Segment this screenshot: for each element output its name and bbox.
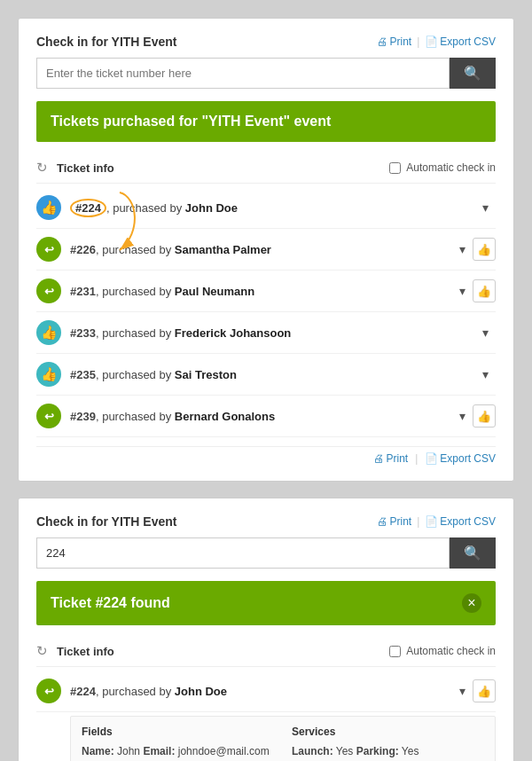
- ticket-info-4: #233, purchased by Frederick Johansoon: [70, 326, 482, 340]
- ticket-number-6: #239: [70, 410, 96, 423]
- ticket-number-5: #235: [70, 368, 96, 381]
- table-row: 👍 #224, purchased by John Doe ▾: [36, 187, 496, 229]
- panel-2-header: Check in for YITH Event 🖨 Print | 📄 Expo…: [36, 514, 496, 529]
- buyer-name-5: Sai Treston: [175, 368, 237, 381]
- footer-print-link-1[interactable]: 🖨 Print: [373, 452, 408, 465]
- panel-1-header: Check in for YITH Event 🖨 Print | 📄 Expo…: [36, 35, 496, 49]
- status-icon-5: 👍: [36, 362, 61, 387]
- footer-printer-icon-1: 🖨: [373, 452, 384, 465]
- thumb-button-6[interactable]: 👍: [473, 404, 496, 428]
- ticket-info-5: #235, purchased by Sai Treston: [70, 368, 482, 381]
- table-row: 👍 #233, purchased by Frederick Johansoon…: [36, 312, 496, 354]
- auto-checkin-label-2: Automatic check in: [406, 645, 496, 657]
- panel-2-header-links: 🖨 Print | 📄 Export CSV: [377, 515, 496, 528]
- auto-checkin-container-2: Automatic check in: [389, 645, 496, 657]
- search-input-2[interactable]: [36, 537, 450, 569]
- export-link-1[interactable]: 📄 Export CSV: [425, 35, 496, 48]
- status-icon-p2-1: ↩: [36, 679, 61, 703]
- ticket-info-p2-1: #224, purchased by John Doe: [70, 685, 459, 698]
- search-input-1[interactable]: [36, 58, 450, 89]
- thumb-button-3[interactable]: 👍: [473, 279, 496, 302]
- ticket-info-col-label-2: Ticket info: [57, 645, 389, 658]
- status-icon-6: ↩: [36, 404, 61, 428]
- banner-close-button-2[interactable]: ×: [462, 593, 481, 613]
- ticket-number-1: #224: [70, 199, 106, 217]
- field-name-label: Name:: [82, 745, 114, 757]
- ticket-info-2: #226, purchased by Samantha Palmer: [70, 243, 459, 256]
- panel-2-title: Check in for YITH Event: [36, 514, 176, 529]
- service-launch-label: Launch:: [292, 745, 333, 757]
- ticket-number-3: #231: [70, 285, 96, 298]
- print-link-2[interactable]: 🖨 Print: [377, 515, 411, 528]
- thumb-button-2[interactable]: 👍: [473, 238, 496, 261]
- services-title: Services: [292, 726, 484, 738]
- ticket-number-p2-1: #224: [70, 685, 96, 698]
- dropdown-arrow-p2-1[interactable]: ▾: [459, 684, 466, 698]
- table-row: ↩ #231, purchased by Paul Neumann ▾ 👍: [36, 271, 496, 312]
- status-icon-2: ↩: [36, 237, 61, 262]
- dropdown-arrow-5[interactable]: ▾: [482, 367, 489, 381]
- search-icon-1: 🔍: [464, 65, 481, 82]
- services-col: Services Launch: Yes Parking: Yes: [292, 726, 484, 761]
- footer-links-1: 🖨 Print | 📄 Export CSV: [36, 446, 496, 465]
- csv-icon-1: 📄: [425, 35, 438, 48]
- refresh-icon-2: ↻: [36, 643, 48, 659]
- search-button-1[interactable]: 🔍: [450, 58, 496, 89]
- sep-1: |: [417, 35, 419, 48]
- search-row-1: 🔍: [36, 58, 496, 89]
- services-content: Launch: Yes Parking: Yes: [292, 743, 484, 760]
- panel-1-header-links: 🖨 Print | 📄 Export CSV: [377, 35, 496, 48]
- dropdown-arrow-1[interactable]: ▾: [482, 200, 489, 215]
- table-row: 👍 #235, purchased by Sai Treston ▾: [36, 354, 496, 396]
- field-email-label: Email:: [143, 745, 175, 757]
- ticket-info-6: #239, purchased by Bernard Gonalons: [70, 410, 459, 423]
- buyer-name-6: Bernard Gonalons: [175, 410, 275, 423]
- search-row-2: 🔍: [36, 537, 496, 569]
- tickets-header-1: ↻ Ticket info Automatic check in: [36, 154, 496, 184]
- panel-2: Check in for YITH Event 🖨 Print | 📄 Expo…: [18, 498, 514, 761]
- buyer-name-4: Frederick Johansoon: [175, 326, 291, 340]
- dropdown-arrow-6[interactable]: ▾: [459, 409, 466, 423]
- sep-2: |: [417, 515, 419, 528]
- thumb-button-p2-1[interactable]: 👍: [473, 679, 496, 702]
- search-icon-2: 🔍: [464, 545, 481, 561]
- dropdown-arrow-2[interactable]: ▾: [459, 242, 466, 256]
- printer-icon-2: 🖨: [377, 515, 387, 528]
- dropdown-arrow-3[interactable]: ▾: [459, 284, 466, 298]
- panel-1: Check in for YITH Event 🖨 Print | 📄 Expo…: [18, 18, 514, 482]
- service-parking-label: Parking:: [356, 745, 399, 757]
- status-icon-3: ↩: [36, 279, 61, 303]
- tickets-header-2: ↻ Ticket info Automatic check in: [36, 638, 496, 667]
- dropdown-arrow-4[interactable]: ▾: [482, 326, 489, 340]
- auto-checkin-container-1: Automatic check in: [389, 161, 496, 174]
- buyer-name-3: Paul Neumann: [175, 285, 254, 298]
- search-button-2[interactable]: 🔍: [450, 537, 496, 569]
- fields-title: Fields: [82, 726, 274, 738]
- footer-sep-1: |: [415, 452, 418, 465]
- refresh-icon-1: ↻: [36, 160, 48, 176]
- export-link-2[interactable]: 📄 Export CSV: [425, 515, 496, 528]
- table-row: ↩ #224, purchased by John Doe ▾ 👍: [36, 671, 496, 712]
- table-row: ↩ #226, purchased by Samantha Palmer ▾ 👍: [36, 229, 496, 271]
- status-icon-1: 👍: [36, 195, 61, 220]
- buyer-name-1: John Doe: [185, 201, 238, 215]
- ticket-info-1: #224, purchased by John Doe: [70, 201, 482, 215]
- panel-1-title: Check in for YITH Event: [36, 35, 176, 49]
- footer-csv-icon-1: 📄: [425, 452, 438, 465]
- ticket-detail: Fields Name: John Email: johndoe@mail.co…: [70, 716, 496, 761]
- printer-icon-1: 🖨: [377, 35, 387, 48]
- ticket-info-3: #231, purchased by Paul Neumann: [70, 285, 459, 298]
- footer-export-link-1[interactable]: 📄 Export CSV: [425, 452, 496, 465]
- auto-checkin-checkbox-2[interactable]: [389, 646, 401, 657]
- print-link-1[interactable]: 🖨 Print: [377, 35, 411, 48]
- ticket-info-col-label-1: Ticket info: [57, 161, 389, 175]
- table-row: ↩ #239, purchased by Bernard Gonalons ▾ …: [36, 396, 496, 437]
- fields-content: Name: John Email: johndoe@mail.com Date …: [82, 743, 274, 761]
- buyer-name-p2-1: John Doe: [175, 685, 227, 698]
- buyer-name-2: Samantha Palmer: [175, 243, 271, 256]
- auto-checkin-checkbox-1[interactable]: [389, 162, 401, 174]
- ticket-number-2: #226: [70, 243, 96, 256]
- auto-checkin-label-1: Automatic check in: [406, 161, 496, 174]
- status-icon-4: 👍: [36, 320, 61, 345]
- ticket-number-4: #233: [70, 326, 96, 340]
